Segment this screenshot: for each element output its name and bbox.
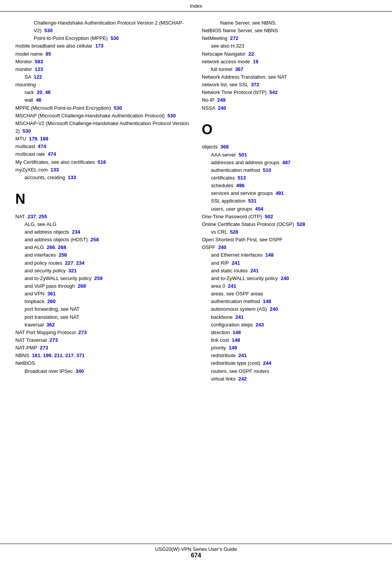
page-ref[interactable]: 583: [35, 59, 43, 64]
page-ref[interactable]: 273: [40, 345, 48, 351]
page-ref[interactable]: 268: [78, 283, 86, 289]
page-ref[interactable]: 258: [59, 252, 67, 258]
page-ref[interactable]: 240: [218, 105, 226, 111]
page-ref[interactable]: 240: [270, 306, 278, 312]
page-ref[interactable]: 148: [263, 298, 271, 304]
page-ref[interactable]: 20: [37, 89, 42, 95]
page-ref[interactable]: 268: [58, 244, 66, 250]
page-ref[interactable]: 362: [46, 322, 55, 328]
page-ref[interactable]: 148: [265, 252, 274, 258]
page-ref[interactable]: 530: [23, 128, 31, 134]
page-ref[interactable]: 179: [29, 136, 37, 142]
index-entry: OSPF 240: [202, 244, 377, 251]
page-ref[interactable]: 249: [217, 97, 226, 103]
entry-term: backbone: [211, 314, 232, 320]
footer-subtitle: USG20(W)-VPN Series User's Guide: [155, 546, 237, 552]
index-entry: SSL application 531: [202, 197, 377, 205]
page-ref[interactable]: 340: [76, 368, 84, 374]
index-entry: areas, see OSPF areas: [202, 290, 377, 298]
page-ref[interactable]: 474: [48, 151, 56, 157]
page-ref[interactable]: 367: [235, 66, 244, 72]
page-ref[interactable]: 22: [248, 51, 254, 57]
page-ref[interactable]: 149: [229, 345, 237, 351]
page-ref[interactable]: 454: [255, 206, 264, 212]
page-ref[interactable]: 530: [114, 105, 122, 111]
page-ref[interactable]: 531: [248, 198, 257, 204]
page-ref[interactable]: 491: [275, 190, 284, 196]
page-ref[interactable]: 513: [237, 175, 246, 181]
page-ref[interactable]: 241: [232, 260, 240, 266]
index-entry: Netscape Navigator 22: [202, 50, 377, 58]
page-ref[interactable]: 85: [46, 51, 51, 57]
page-ref[interactable]: 542: [269, 89, 278, 95]
page-ref[interactable]: 368: [220, 144, 229, 150]
page-ref[interactable]: 133: [68, 175, 76, 180]
page-ref[interactable]: 530: [110, 35, 119, 41]
entry-term: mounting: [15, 82, 36, 87]
page-ref[interactable]: 188: [40, 136, 48, 142]
page-ref[interactable]: 148: [232, 337, 240, 343]
page-ref[interactable]: 241: [239, 353, 247, 358]
page-ref[interactable]: 321: [68, 268, 77, 274]
page-ref[interactable]: 501: [239, 152, 247, 158]
page-ref[interactable]: 260: [47, 298, 56, 304]
index-entry: virtual links 242: [202, 375, 377, 383]
page-ref[interactable]: 241: [250, 268, 259, 274]
page-ref[interactable]: 272: [230, 35, 239, 41]
entry-term: schedules: [211, 183, 234, 188]
page-ref[interactable]: 502: [265, 214, 273, 219]
entry-term: and to-ZyWALL security policy: [25, 275, 92, 281]
page-ref[interactable]: 123: [35, 66, 43, 72]
index-entry: and policy routes 227, 234: [15, 259, 190, 267]
page-ref[interactable]: 487: [282, 160, 291, 165]
page-ref[interactable]: 217: [65, 353, 74, 358]
page-ref[interactable]: 255: [39, 214, 47, 219]
page-ref[interactable]: 46: [36, 97, 41, 103]
page-ref[interactable]: 227: [65, 260, 74, 266]
page-ref[interactable]: 243: [255, 322, 264, 328]
page-ref[interactable]: 161: [32, 353, 40, 358]
page-ref[interactable]: 361: [47, 291, 56, 297]
page-ref[interactable]: 528: [297, 221, 305, 227]
page-ref[interactable]: 240: [218, 244, 227, 250]
entry-term: wall: [25, 97, 33, 103]
page-ref[interactable]: 273: [49, 337, 58, 343]
page-ref[interactable]: 19: [253, 59, 258, 64]
page-ref[interactable]: 530: [167, 113, 176, 119]
page-ref[interactable]: 199: [43, 353, 51, 358]
page-ref[interactable]: 240: [281, 275, 289, 281]
page-ref[interactable]: 510: [263, 167, 271, 173]
index-entry: Broadcast over IPSec 340: [15, 368, 190, 375]
page-ref[interactable]: 237: [28, 214, 36, 219]
entry-term: link cost: [211, 337, 229, 343]
page-ref[interactable]: 528: [230, 229, 238, 235]
page-ref[interactable]: 474: [38, 143, 46, 149]
page-ref[interactable]: 242: [239, 376, 247, 382]
page-ref[interactable]: 496: [236, 183, 245, 188]
entry-term: Network Address Translation, see NAT: [202, 74, 287, 80]
page-ref[interactable]: 371: [76, 353, 85, 358]
page-ref[interactable]: 211: [54, 353, 63, 358]
page-ref[interactable]: 372: [251, 82, 259, 87]
page-ref[interactable]: 258: [91, 237, 99, 242]
index-entry: One-Time Password (OTP) 502: [202, 213, 377, 221]
page-ref[interactable]: 266: [47, 244, 55, 250]
page-ref[interactable]: 46: [45, 89, 51, 95]
page-ref[interactable]: 241: [236, 314, 244, 320]
page-ref[interactable]: 173: [95, 43, 104, 49]
page-ref[interactable]: 273: [78, 330, 87, 335]
page-ref[interactable]: 133: [51, 167, 59, 173]
page-ref[interactable]: 259: [94, 275, 103, 281]
page-ref[interactable]: 234: [72, 229, 81, 235]
index-entry: loopback 260: [15, 298, 190, 305]
page-ref[interactable]: 516: [98, 159, 106, 165]
entry-term: network access mode: [202, 59, 250, 64]
page-ref[interactable]: 122: [34, 74, 42, 80]
index-entry: traversal 362: [15, 321, 190, 329]
page-ref[interactable]: 234: [76, 260, 84, 266]
page-ref[interactable]: 241: [228, 283, 236, 289]
page-footer: USG20(W)-VPN Series User's Guide 674: [0, 544, 392, 562]
page-ref[interactable]: 530: [44, 28, 53, 33]
page-ref[interactable]: 244: [263, 360, 272, 366]
page-ref[interactable]: 148: [232, 330, 241, 335]
